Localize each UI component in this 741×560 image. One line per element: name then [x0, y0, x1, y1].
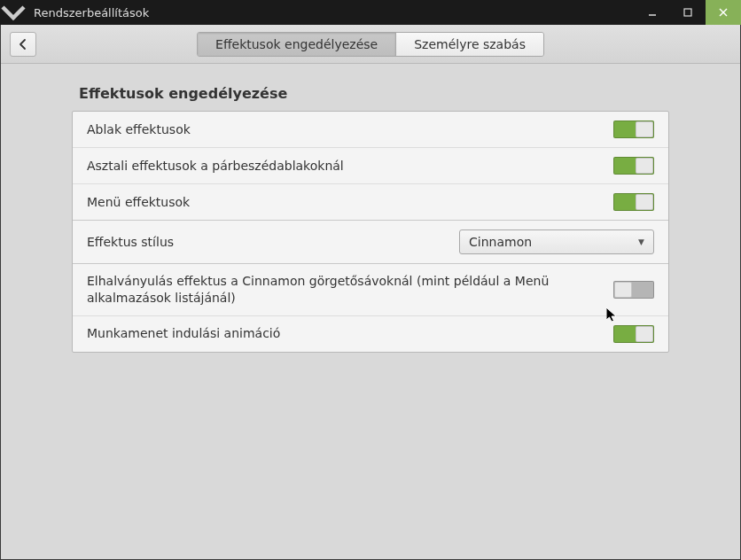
window-menu-button[interactable]: [0, 0, 27, 26]
chevron-down-icon: ▼: [638, 237, 644, 246]
window-body: Effektusok engedélyezése Személyre szabá…: [0, 25, 741, 560]
switch-menu-effects[interactable]: [613, 193, 654, 211]
svg-rect-1: [684, 9, 691, 16]
section-title: Effektusok engedélyezése: [79, 85, 669, 102]
window-controls: [635, 0, 741, 25]
row-label: Asztali effektusok a párbeszédablakoknál: [87, 158, 613, 175]
combo-effect-style[interactable]: Cinnamon ▼: [459, 229, 654, 254]
close-button[interactable]: [706, 0, 741, 25]
row-startup-anim: Munkamenet indulási animáció: [73, 316, 668, 352]
row-label: Munkamenet indulási animáció: [87, 325, 613, 342]
maximize-button[interactable]: [670, 0, 706, 25]
window-title: Rendszerbeállítások: [27, 6, 149, 19]
row-menu-effects: Menü effektusok: [73, 184, 668, 221]
switch-dialog-effects[interactable]: [613, 157, 654, 175]
tab-customize[interactable]: Személyre szabás: [395, 33, 543, 56]
row-window-effects: Ablak effektusok: [73, 112, 668, 148]
tab-group: Effektusok engedélyezése Személyre szabá…: [197, 32, 544, 57]
row-dialog-effects: Asztali effektusok a párbeszédablakoknál: [73, 148, 668, 184]
titlebar: Rendszerbeállítások: [0, 0, 741, 25]
minimize-button[interactable]: [635, 0, 670, 25]
content-area: Effektusok engedélyezése Ablak effektuso…: [1, 64, 740, 374]
row-label: Elhalványulás effektus a Cinnamon görget…: [87, 273, 613, 307]
settings-panel: Ablak effektusok Asztali effektusok a pá…: [72, 111, 669, 353]
tab-label: Effektusok engedélyezése: [215, 37, 378, 51]
tab-enable-effects[interactable]: Effektusok engedélyezése: [198, 33, 395, 56]
row-label: Effektus stílus: [87, 234, 459, 251]
combo-value: Cinnamon: [469, 235, 532, 249]
row-fade-scroll: Elhalványulás effektus a Cinnamon görget…: [73, 264, 668, 316]
back-button[interactable]: [10, 32, 36, 57]
switch-window-effects[interactable]: [613, 121, 654, 138]
row-effect-style: Effektus stílus Cinnamon ▼: [73, 221, 668, 264]
tab-label: Személyre szabás: [414, 37, 526, 51]
switch-startup-anim[interactable]: [613, 325, 654, 343]
toolbar: Effektusok engedélyezése Személyre szabá…: [1, 25, 740, 64]
switch-fade-scroll[interactable]: [613, 281, 654, 299]
row-label: Menü effektusok: [87, 194, 613, 211]
row-label: Ablak effektusok: [87, 121, 613, 138]
